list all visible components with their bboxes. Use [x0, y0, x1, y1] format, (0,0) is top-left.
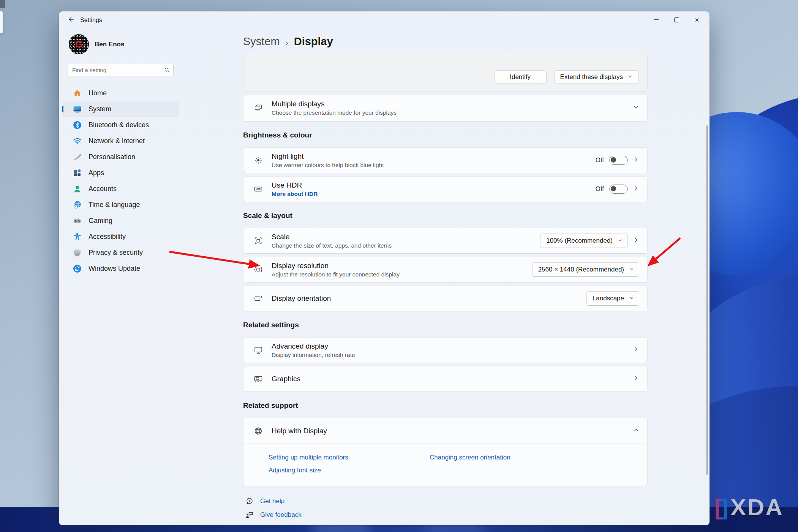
hdr-toggle[interactable]	[609, 185, 628, 194]
display-orientation-dropdown[interactable]: Landscape	[586, 291, 639, 306]
page-title: Display	[294, 35, 333, 48]
help-link-multiple-monitors[interactable]: Setting up multiple monitors	[269, 454, 348, 461]
gpu-icon	[253, 374, 263, 384]
sidebar-item-home[interactable]: Home	[62, 85, 179, 101]
chevron-down-icon	[618, 237, 623, 245]
sidebar-item-label: Gaming	[88, 217, 112, 225]
identify-button[interactable]: Identify	[494, 70, 547, 84]
chevron-down-icon[interactable]	[633, 104, 639, 112]
chevron-right-icon	[633, 185, 639, 193]
display-orientation-row[interactable]: Display orientation Landscape	[243, 286, 648, 311]
row-title: Night light	[272, 152, 587, 161]
xda-bracket-right: ]	[721, 494, 727, 520]
sidebar-item-privacy[interactable]: Privacy & security	[62, 245, 179, 260]
footer: ? Get help Give feedback	[243, 496, 648, 520]
sidebar-item-apps[interactable]: Apps	[62, 165, 179, 181]
display-resolution-dropdown[interactable]: 2560 × 1440 (Recommended)	[532, 262, 639, 277]
sidebar-item-label: Network & internet	[88, 137, 145, 145]
advanced-display-row[interactable]: Advanced display Display information, re…	[243, 337, 648, 363]
more-about-hdr-link[interactable]: More about HDR	[272, 191, 587, 197]
row-title: Multiple displays	[272, 100, 625, 108]
get-help-label: Get help	[260, 497, 284, 505]
sidebar-item-accounts[interactable]: Accounts	[62, 181, 179, 197]
user-name: Ben Enos	[95, 41, 124, 48]
help-with-display-row[interactable]: Help with Display	[243, 418, 647, 444]
sidebar-item-label: Privacy & security	[88, 249, 143, 257]
scrollbar[interactable]	[706, 125, 708, 475]
help-with-display-card: Help with Display Setting up multiple mo…	[243, 418, 648, 486]
background-window-edge	[0, 11, 3, 33]
row-subtitle: Change the size of text, apps, and other…	[272, 242, 532, 249]
maximize-button[interactable]	[666, 11, 687, 28]
chevron-right-icon	[633, 237, 639, 245]
give-feedback-link[interactable]: Give feedback	[245, 510, 648, 520]
settings-window: Settings ✕ G Ben Enos	[59, 11, 710, 525]
help-link-screen-orientation[interactable]: Changing screen orientation	[430, 454, 510, 461]
sidebar-item-time-language[interactable]: Time & language	[62, 197, 179, 213]
extend-displays-dropdown[interactable]: Extend these displays	[554, 70, 638, 84]
display-resolution-value: 2560 × 1440 (Recommended)	[538, 266, 624, 273]
scale-dropdown[interactable]: 100% (Recommended)	[540, 234, 628, 248]
update-icon	[73, 264, 82, 273]
back-button[interactable]	[65, 15, 76, 25]
close-button[interactable]: ✕	[687, 11, 707, 28]
night-light-icon	[253, 155, 263, 165]
globe-icon	[253, 426, 263, 436]
night-light-toggle[interactable]	[609, 156, 628, 165]
search-box	[68, 64, 174, 76]
row-subtitle: Display information, refresh rate	[272, 352, 625, 358]
row-subtitle: Adjust the resolution to fit your connec…	[272, 271, 524, 278]
breadcrumb: System › Display	[243, 35, 648, 48]
chevron-right-icon	[633, 156, 639, 164]
display-resolution-row[interactable]: Display resolution Adjust the resolution…	[243, 257, 648, 283]
display-arrangement-card: Identify Extend these displays	[243, 54, 648, 92]
display-orientation-icon	[253, 294, 263, 303]
sidebar-item-network[interactable]: Network & internet	[62, 133, 179, 149]
background-window-corner	[0, 0, 5, 8]
display-orientation-value: Landscape	[593, 295, 624, 302]
use-hdr-row[interactable]: HDR Use HDR More about HDR Off	[243, 176, 648, 202]
row-title: Graphics	[272, 375, 625, 383]
graphics-row[interactable]: Graphics	[243, 366, 648, 392]
section-header-related-support: Related support	[243, 401, 648, 410]
minimize-button[interactable]	[646, 11, 666, 28]
scale-value: 100% (Recommended)	[546, 237, 613, 245]
get-help-link[interactable]: ? Get help	[245, 496, 648, 507]
scale-row[interactable]: Scale Change the size of text, apps, and…	[243, 228, 648, 254]
sidebar-item-system[interactable]: System	[62, 101, 179, 117]
close-icon: ✕	[695, 17, 700, 23]
clock-globe-icon	[73, 200, 82, 210]
breadcrumb-system[interactable]: System	[243, 35, 280, 48]
multiple-displays-row[interactable]: Multiple displays Choose the presentatio…	[243, 94, 648, 122]
system-icon	[73, 104, 82, 114]
sidebar-item-windows-update[interactable]: Windows Update	[62, 261, 179, 276]
sidebar: G Ben Enos Home	[59, 29, 182, 277]
maximize-icon	[674, 17, 679, 22]
person-icon	[73, 184, 82, 194]
section-header-brightness: Brightness & colour	[243, 131, 648, 139]
help-links: Setting up multiple monitors Changing sc…	[243, 444, 647, 486]
desktop: [ ] XDA Settings ✕ G Ben Enos	[0, 0, 798, 532]
sidebar-item-personalisation[interactable]: Personalisation	[62, 149, 179, 165]
row-subtitle: Use warmer colours to help block blue li…	[272, 162, 587, 169]
section-header-scale-layout: Scale & layout	[243, 212, 648, 220]
night-light-row[interactable]: Night light Use warmer colours to help b…	[243, 147, 648, 173]
search-input[interactable]	[68, 64, 173, 76]
extend-displays-label: Extend these displays	[560, 73, 623, 81]
wifi-icon	[73, 136, 82, 146]
sidebar-item-bluetooth[interactable]: Bluetooth & devices	[62, 117, 179, 133]
row-title: Display orientation	[272, 294, 578, 303]
svg-text:?: ?	[248, 499, 251, 503]
sidebar-item-gaming[interactable]: Gaming	[62, 213, 179, 229]
xda-bracket-left: [	[714, 494, 721, 520]
avatar: G	[69, 34, 89, 54]
help-link-font-size[interactable]: Adjusting font size	[269, 467, 321, 474]
night-light-status: Off	[596, 156, 604, 164]
xda-watermark: [ ] XDA	[714, 494, 784, 521]
chevron-up-icon[interactable]	[633, 427, 639, 435]
sidebar-item-label: Apps	[88, 169, 104, 177]
chevron-down-icon	[627, 73, 632, 81]
scale-icon	[253, 236, 263, 246]
sidebar-item-accessibility[interactable]: Accessibility	[62, 229, 179, 245]
window-title: Settings	[80, 11, 102, 29]
